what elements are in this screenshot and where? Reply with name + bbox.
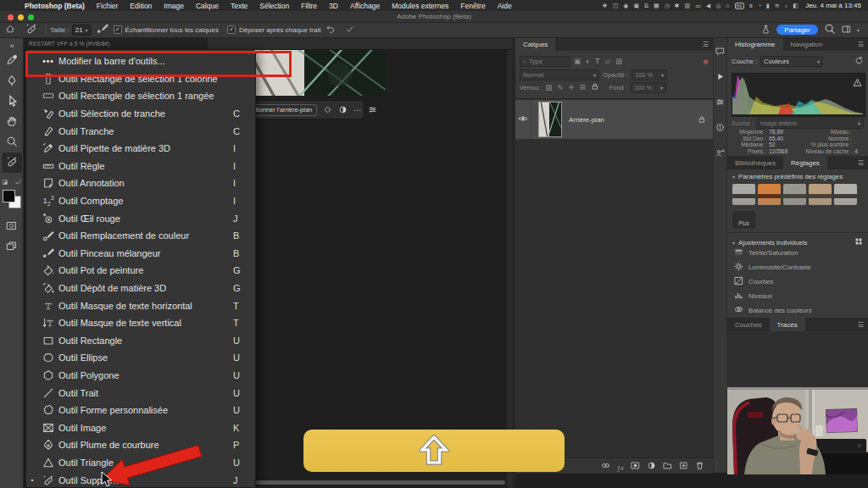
layer-row-background[interactable]: Arrière-plan — [515, 100, 713, 139]
foreground-color-swatch[interactable] — [3, 190, 15, 202]
adjustment-icon[interactable] — [338, 103, 348, 118]
lock-all-icon[interactable] — [591, 82, 599, 92]
mask-icon[interactable] — [631, 458, 640, 474]
document-tab[interactable]: RESTART VFF à 5 % (RVB/8#) — [24, 37, 208, 49]
panel-menu-icon[interactable]: ☰ — [858, 318, 868, 331]
adjustment-preset-4[interactable] — [809, 184, 832, 205]
panel-menu-icon[interactable]: ☰ — [858, 37, 868, 51]
lock-transparent-icon[interactable]: ▨ — [545, 83, 552, 92]
menubar-item[interactable]: Filtre — [295, 2, 323, 10]
trash-icon[interactable] — [695, 458, 704, 474]
window-layout-status-icon[interactable]: ▥ — [685, 3, 691, 9]
tool-hand[interactable] — [2, 112, 22, 132]
share-button[interactable]: Partager — [776, 25, 818, 35]
fill-field[interactable]: 100 %▾ — [631, 82, 666, 93]
menubar-item[interactable]: Texte — [225, 2, 253, 10]
menubar-item[interactable]: 3D — [323, 2, 344, 10]
swap-colors-icon[interactable]: ⤾ — [16, 179, 21, 186]
menubar-item[interactable]: Fichier — [91, 2, 125, 10]
lock-move-icon[interactable]: ✛ — [568, 83, 574, 92]
beta-flask-icon[interactable] — [761, 25, 771, 36]
tab-couches[interactable]: Couches — [727, 318, 770, 331]
default-colors-icon[interactable]: ◪ — [3, 179, 8, 186]
current-tool-icon[interactable] — [25, 23, 37, 36]
tool-eyedropper[interactable] — [2, 51, 22, 71]
info-icon[interactable] — [715, 120, 725, 136]
blend-mode-select[interactable]: Normal▾ — [520, 69, 599, 80]
tool-menu-item-8[interactable]: Outil AnnotationI — [26, 175, 255, 192]
menubar-item[interactable]: Image — [158, 2, 190, 10]
workspace-switcher-icon[interactable] — [842, 25, 851, 36]
menubar-item[interactable]: Photoshop (Beta) — [19, 2, 91, 10]
account-status-icon[interactable]: ◔ — [758, 3, 761, 8]
more-presets-button[interactable]: Plus — [732, 211, 755, 229]
tool-remove[interactable] — [2, 152, 22, 173]
chevron-down-icon[interactable]: ▾ — [732, 240, 735, 246]
tab-trac-s[interactable]: Tracés — [770, 318, 805, 331]
adjustment-levels[interactable]: Niveaux — [727, 289, 868, 303]
tool-menu-item-6[interactable]: Outil Pipette de matière 3DI — [26, 140, 255, 158]
adjustment-preset-5[interactable] — [834, 184, 857, 205]
tool-menu-item-19[interactable]: Outil PolygoneU — [26, 367, 255, 385]
tool-menu-item-7[interactable]: Outil RègleI — [26, 158, 255, 175]
adjustment-curves[interactable]: Courbes — [727, 274, 868, 289]
menubar-item[interactable]: Edition — [124, 2, 158, 10]
search-icon[interactable] — [824, 23, 836, 36]
home-icon[interactable] — [5, 24, 15, 36]
tool-menu-item-10[interactable]: Outil Œil rougeJ — [26, 209, 255, 227]
quick-mask-button[interactable] — [2, 215, 22, 236]
adjustment-preset-3[interactable] — [783, 184, 806, 205]
link-icon[interactable] — [601, 458, 610, 474]
tool-menu-item-9[interactable]: 123Outil ComptageI — [26, 192, 255, 210]
refresh-icon[interactable] — [854, 56, 864, 67]
play-icon[interactable] — [715, 69, 725, 85]
lock-paint-icon[interactable]: ✎ — [557, 83, 563, 92]
new-layer-icon[interactable] — [679, 458, 688, 474]
input-source-be-status-icon[interactable]: BE — [735, 3, 744, 9]
size-field[interactable]: 21 ▾ — [72, 25, 92, 36]
menubar-item[interactable]: Sélection — [253, 2, 295, 10]
tool-chevrons[interactable]: » — [2, 39, 22, 51]
box-status-icon[interactable]: ▦ — [654, 3, 659, 9]
menubar-item[interactable]: Fenêtre — [454, 2, 491, 10]
folder-icon[interactable] — [663, 458, 672, 474]
type-filter-icon[interactable]: T — [595, 57, 599, 65]
tool-zoom[interactable] — [2, 132, 22, 152]
stage-manager-status-icon[interactable]: ◫ — [613, 3, 619, 9]
tab-histogramme[interactable]: Histogramme — [727, 37, 783, 51]
tool-menu-item-5[interactable]: Outil TrancheC — [26, 122, 255, 140]
menubar-item[interactable]: Calque — [190, 2, 225, 10]
tab-navigation[interactable]: Navigation — [783, 37, 831, 51]
color-swatches[interactable] — [3, 190, 21, 208]
channel-select[interactable]: Couleurs▾ — [760, 56, 823, 67]
adjustment-brightness-contrast[interactable]: Luminosité/Contraste — [727, 260, 868, 274]
pixel-filter-icon[interactable]: ▣ — [574, 57, 581, 65]
export-sliders-icon[interactable] — [715, 95, 725, 110]
bluetooth-status-icon[interactable]: ʙ — [749, 3, 753, 8]
color-grid-status-icon[interactable]: ❖ — [602, 3, 607, 9]
battery-status-icon[interactable]: ▮ — [766, 3, 770, 9]
tool-menu-item-12[interactable]: Outil Pinceau mélangeurB — [26, 245, 255, 263]
brush-settings-icon[interactable] — [97, 23, 108, 36]
eye-status-icon[interactable]: ◉ — [623, 3, 628, 9]
share-user-icon[interactable] — [715, 146, 725, 161]
opacity-field[interactable]: 100 %▾ — [632, 69, 667, 80]
tool-menu-item-20[interactable]: Outil TraitU — [26, 384, 255, 402]
volume-status-icon[interactable]: ◀ — [706, 3, 710, 9]
adjustment-filter-icon[interactable]: ◐ — [586, 57, 590, 65]
lock-artboard-icon[interactable]: ⊞ — [580, 83, 586, 92]
spotlight-status-icon[interactable]: ⌕ — [785, 3, 788, 9]
tool-menu-item-22[interactable]: Outil ImageK — [26, 419, 255, 436]
tool-menu-item-3[interactable]: Outil Rectangle de sélection 1 rangée — [26, 87, 255, 105]
shape-filter-icon[interactable]: ▱ — [604, 57, 610, 65]
tool-pen[interactable] — [2, 71, 22, 92]
tool-menu-item-14[interactable]: Outil Dépôt de matière 3DG — [26, 280, 255, 297]
control-center-status-icon[interactable]: ◧ — [793, 3, 799, 9]
tool-menu-item-17[interactable]: Outil RectangleU — [26, 332, 255, 350]
eye-icon[interactable] — [515, 100, 531, 139]
chevron-down-icon[interactable]: ▾ — [732, 174, 735, 180]
display-mirror-status-icon[interactable]: ⧉ — [644, 3, 648, 9]
screen-mode-button[interactable] — [2, 236, 22, 256]
screenshot-status-icon[interactable]: ▣ — [633, 3, 639, 9]
adjustment-color-balance[interactable]: Balance des couleurs — [727, 303, 868, 318]
